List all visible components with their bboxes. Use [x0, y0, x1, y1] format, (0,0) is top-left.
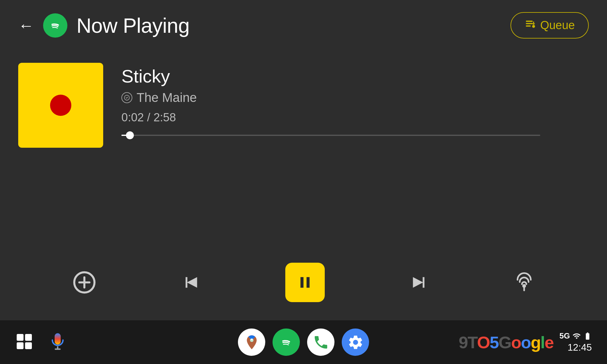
maps-app-icon[interactable] [238, 329, 265, 356]
status-area: 5G 12:45 [559, 331, 592, 353]
svg-point-4 [532, 25, 535, 28]
queue-icon [524, 18, 536, 32]
artist-name: The Maine [137, 90, 197, 105]
skip-back-button[interactable] [180, 272, 202, 293]
svg-rect-1 [526, 21, 533, 22]
page-title: Now Playing [76, 14, 189, 37]
spotify-logo [43, 13, 67, 38]
svg-rect-8 [17, 334, 24, 341]
watermark: 9TO5Google [459, 332, 553, 352]
svg-rect-9 [25, 334, 32, 341]
mic-icon[interactable] [49, 332, 67, 352]
artist-row: The Maine [121, 90, 589, 105]
signal-icon [572, 332, 581, 340]
album-art-dot [50, 95, 71, 116]
queue-label: Queue [540, 19, 575, 32]
svg-rect-11 [25, 342, 32, 349]
svg-rect-2 [526, 23, 533, 24]
header: ← Now Playing [18, 12, 589, 39]
taskbar-left [15, 332, 67, 352]
settings-app-icon[interactable] [342, 329, 369, 356]
taskbar-center-apps [238, 329, 369, 356]
track-area: Sticky The Maine 0:02 / 2:58 [18, 57, 589, 148]
phone-app-icon[interactable] [307, 329, 334, 356]
status-time: 12:45 [568, 342, 592, 353]
svg-rect-10 [17, 342, 24, 349]
controls-area [0, 263, 607, 302]
network-status: 5G [559, 331, 570, 341]
battery-icon [583, 332, 592, 340]
pause-button[interactable] [285, 263, 325, 302]
back-button[interactable]: ← [18, 18, 34, 33]
track-name: Sticky [121, 66, 589, 87]
track-details: Sticky The Maine 0:02 / 2:58 [121, 63, 589, 140]
verified-icon [121, 92, 132, 103]
radio-button[interactable] [514, 272, 535, 293]
grid-icon[interactable] [15, 332, 33, 352]
taskbar-right: 9TO5Google 5G 12:45 [459, 331, 592, 353]
svg-rect-3 [526, 25, 531, 27]
album-art [18, 63, 103, 148]
taskbar: 9TO5Google 5G 12:45 [0, 320, 607, 364]
add-button[interactable] [72, 270, 97, 295]
main-content: ← Now Playing [0, 0, 607, 320]
skip-forward-button[interactable] [409, 272, 430, 293]
time-display: 0:02 / 2:58 [121, 111, 589, 124]
status-bar-icons: 5G [559, 331, 592, 341]
progress-bar-container[interactable] [121, 131, 540, 140]
spotify-app-icon[interactable] [273, 329, 300, 356]
progress-thumb[interactable] [126, 131, 134, 139]
queue-button[interactable]: Queue [510, 12, 589, 39]
progress-track [121, 135, 540, 136]
header-left: ← Now Playing [18, 13, 189, 38]
